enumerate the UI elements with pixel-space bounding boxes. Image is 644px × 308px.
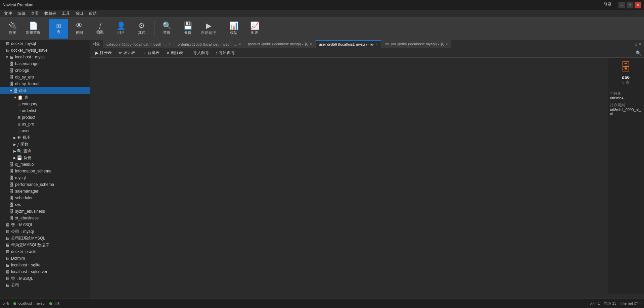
sidebar-item-docker-mysql-slave[interactable]: 🖥 docker_mysql_slave: [0, 47, 90, 54]
login-label: 登录: [604, 2, 612, 8]
export-wizard-button[interactable]: ↑ 导出向导: [213, 49, 238, 57]
delete-table-button[interactable]: ✕ 删除表: [164, 49, 186, 57]
import-wizard-button[interactable]: ↓ 导入向导: [187, 49, 212, 57]
tab-close-product[interactable]: ×: [310, 42, 312, 46]
sidebar-item-salemanager[interactable]: 🗄 salemanager: [0, 188, 90, 195]
sidebar-item-xt-ebusiness[interactable]: 🗄 xt_ebusiness: [0, 215, 90, 221]
sidebar-item-table-user[interactable]: ⊞ user: [0, 127, 90, 134]
design-table-button[interactable]: ✏ 设计表: [116, 49, 138, 57]
sidebar-item-functions-folder[interactable]: ▶ ƒ 函数: [0, 141, 90, 148]
tab-category[interactable]: category @db6 (localhost: mysql) -... ×: [103, 40, 174, 48]
info-icon[interactable]: ℹ: [635, 42, 637, 47]
menu-window[interactable]: 窗口: [73, 10, 86, 17]
sidebar-item-dj-meiduo[interactable]: 🗄 dj_meiduo: [0, 161, 90, 168]
sidebar-item-backups-folder[interactable]: ▶ 💾 备份: [0, 154, 90, 161]
server-icon: 🖥: [5, 276, 10, 281]
chart-label: 图表: [251, 30, 258, 35]
table-label: 表: [57, 30, 60, 35]
new-table-button[interactable]: ＋ 新建表: [139, 49, 162, 57]
toolbar-autorun[interactable]: ▶ 自动运行: [199, 19, 218, 39]
sidebar-label-dj-meiduo: dj_meiduo: [15, 162, 34, 167]
object-panel-tab[interactable]: 对象: [90, 40, 103, 48]
menu-file[interactable]: 文件: [1, 10, 15, 17]
toolbar-user[interactable]: 👤 用户: [111, 19, 131, 39]
tab-user[interactable]: user @db6 (localhost: mysql) - 表 ×: [316, 40, 381, 48]
tab-us-pro[interactable]: us_pro @db6 (localhost: mysql) - 表 ×: [381, 40, 451, 48]
maximize-button[interactable]: □: [627, 2, 633, 8]
new-query-label: 新建查询: [26, 30, 41, 35]
sidebar-item-company2[interactable]: 🖥 公司: [0, 282, 90, 289]
sidebar-item-scheduler[interactable]: 🗄 scheduler: [0, 195, 90, 201]
sidebar-item-db-sy-erp[interactable]: 🗄 db_sy_erp: [0, 74, 90, 81]
query-label: 查询: [163, 30, 171, 35]
sidebar-item-localhost-sqlite[interactable]: 🖥 localhost：sqlite: [0, 262, 90, 268]
search-icon[interactable]: 🔍: [636, 50, 641, 56]
toolbar-model[interactable]: 📊 模型: [224, 19, 243, 39]
sidebar-label-functions: 函数: [20, 142, 29, 147]
toolbar-table[interactable]: ⊞ 表: [49, 19, 68, 39]
toolbar-other[interactable]: ⚙ 其它: [132, 19, 151, 39]
sidebar-label-scheduler: scheduler: [15, 196, 33, 200]
sidebar-item-basemanager[interactable]: 🗄 basemanager: [0, 60, 90, 67]
sidebar-item-tables-folder[interactable]: ▼ 📋 表: [0, 94, 90, 101]
toolbar-connect[interactable]: 🔌 连接: [3, 19, 22, 39]
tab-close-orderlist[interactable]: ×: [239, 42, 241, 46]
toolbar-view[interactable]: 👁 视图: [70, 19, 89, 39]
query-icon: 🔍: [17, 149, 22, 154]
sidebar-item-views-folder[interactable]: ▶ 👁 视图: [0, 134, 90, 141]
sidebar-item-syzm-ebusiness[interactable]: 🗄 syzm_ebusiness: [0, 208, 90, 215]
open-table-button[interactable]: ▶ 打开表: [93, 49, 114, 57]
toolbar-backup[interactable]: 💾 备份: [178, 19, 197, 39]
sidebar-item-table-orderlist[interactable]: ⊞ orderlist: [0, 107, 90, 114]
toolbar-function[interactable]: ƒ 函数: [90, 19, 110, 39]
sidebar-item-mssql-remote[interactable]: 🖥 曾：MSSQL: [0, 275, 90, 282]
tab-close-us-pro[interactable]: ×: [446, 42, 448, 46]
menu-edit[interactable]: 编辑: [15, 10, 28, 17]
tab-close-user[interactable]: ×: [376, 43, 378, 46]
sidebar-label-queries: 查询: [24, 148, 32, 154]
charset-label: 字符集: [610, 91, 641, 96]
toolbar-new-query[interactable]: 📄 新建查询: [24, 19, 43, 39]
sidebar-item-sys[interactable]: 🗄 sys: [0, 201, 90, 208]
menu-tools[interactable]: 工具: [59, 10, 73, 17]
sidebar-item-cnblogs[interactable]: 🗄 cnblogs: [0, 67, 90, 74]
sidebar-item-localhost-mysql[interactable]: ▼ 🖥 localhost：mysql: [0, 54, 90, 60]
tab-close-category[interactable]: ×: [169, 42, 171, 46]
sidebar-item-mysql-remote[interactable]: 🖥 曾：MYSQL: [0, 221, 90, 228]
menu-help[interactable]: 帮助: [86, 10, 99, 17]
toolbar-query[interactable]: 🔍 查询: [157, 19, 177, 39]
db-icon: 🗄: [9, 189, 14, 194]
sidebar-item-company-mysql[interactable]: 🖥 公司：mysql: [0, 228, 90, 235]
close-button[interactable]: ✕: [635, 2, 641, 8]
sidebar-item-db-sy-formal[interactable]: 🗄 db_sy_formal: [0, 81, 90, 87]
menu-icon[interactable]: ≡: [639, 42, 641, 47]
sidebar-item-db6[interactable]: ▼ 🗄 db6: [0, 87, 90, 94]
sidebar-item-performance-schema[interactable]: 🗄 performance_schema: [0, 181, 90, 188]
tab-orderlist[interactable]: orderlist @db6 (localhost: mysql) -... ×: [174, 40, 244, 48]
sidebar: 🖥 docker_mysql 🖥 docker_mysql_slave ▼ 🖥 …: [0, 40, 90, 299]
sidebar-item-huawei-mysql[interactable]: 🖥 华为云MYSQL数据库: [0, 242, 90, 248]
tab-product[interactable]: product @db6 (localhost: mysql) - 表 ×: [244, 40, 316, 48]
sidebar-item-mysql[interactable]: 🗄 mysql: [0, 174, 90, 181]
sidebar-item-dotmim[interactable]: 🖥 Dotmim: [0, 255, 90, 262]
sidebar-label-user: user: [22, 129, 30, 133]
sidebar-label-basemanager: basemanager: [15, 61, 40, 66]
toolbar-chart[interactable]: 📈 图表: [245, 19, 264, 39]
menu-favorites[interactable]: 收藏夹: [42, 10, 59, 17]
minimize-button[interactable]: ─: [618, 2, 625, 8]
sidebar-item-docker-mysql[interactable]: 🖥 docker_mysql: [0, 40, 90, 47]
sidebar-item-queries-folder[interactable]: ▶ 🔍 查询: [0, 148, 90, 154]
sidebar-item-localhost-sqlserver[interactable]: 🖥 localhost：sqlserver: [0, 268, 90, 275]
sidebar-item-docker-oracle[interactable]: 🖥 docker_oracle: [0, 248, 90, 255]
sidebar-item-information-schema[interactable]: 🗄 information_schema: [0, 168, 90, 174]
menu-view[interactable]: 查看: [28, 10, 42, 17]
sidebar-label-db-sy-formal: db_sy_formal: [15, 82, 39, 86]
expand-icon: ▼: [9, 89, 13, 93]
sidebar-item-table-category[interactable]: ⊞ category: [0, 101, 90, 107]
server-icon: 🖥: [5, 269, 10, 274]
sidebar-item-table-us-pro[interactable]: ⊞ us_pro: [0, 121, 90, 127]
chart-icon: 📈: [250, 22, 259, 30]
sidebar-item-table-product[interactable]: ⊞ product: [0, 114, 90, 121]
sidebar-item-company-sys-mysql[interactable]: 🖥 公司旧系统MYSQL: [0, 235, 90, 242]
sidebar-label-xt-ebusiness: xt_ebusiness: [15, 216, 39, 220]
